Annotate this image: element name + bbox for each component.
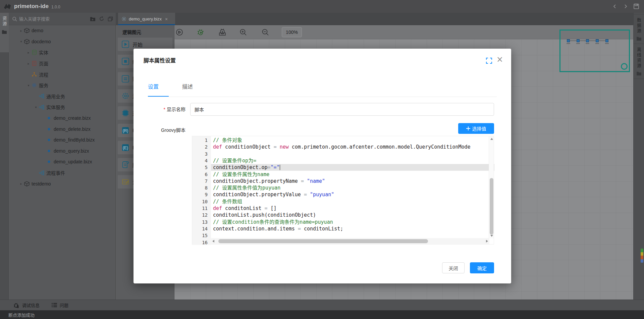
tree-item-----[interactable]: ▾实体服务 — [9, 102, 115, 113]
sidebar-tab-datasource[interactable]: 数据源 — [634, 14, 644, 44]
tree-item-demo_findById-bizx[interactable]: demo_findById.bizx — [9, 135, 115, 146]
tree-item---[interactable]: ▸页面 — [9, 58, 115, 69]
tab-demo-query[interactable]: demo_query.bizx × — [118, 13, 175, 25]
display-name-label: *显示名称 — [133, 106, 185, 112]
expander-down-icon[interactable]: ▾ — [19, 40, 23, 43]
debug-bug-icon — [13, 302, 19, 308]
svg-text:{R}: {R} — [123, 128, 128, 133]
collapse-panels-icon[interactable] — [108, 16, 113, 21]
gutter-line-number: 4 — [194, 157, 208, 164]
zoom-level[interactable]: 100% — [282, 27, 302, 37]
folder-icon — [2, 30, 7, 34]
tree-item-demo[interactable]: ▸demo — [9, 25, 115, 36]
new-folder-icon[interactable] — [90, 16, 96, 21]
dot-icon — [46, 128, 52, 130]
select-value-button[interactable]: 选择值 — [458, 123, 494, 134]
tree-item-demo_update-bizx[interactable]: demo_update.bizx — [9, 156, 115, 167]
gutter-line-number: 3 — [194, 151, 208, 157]
gutter-line-number: 9 — [194, 191, 208, 198]
nav-back-icon[interactable] — [612, 3, 618, 9]
expander-right-icon[interactable]: ▸ — [26, 51, 31, 54]
code-pane[interactable]: // 条件对象def conditionObject = new com.pri… — [211, 136, 489, 238]
nav-forward-icon[interactable] — [623, 3, 629, 9]
scroll-right-icon[interactable] — [486, 240, 488, 243]
dot-icon — [46, 139, 52, 141]
mini-widget[interactable] — [641, 249, 643, 263]
expander-down-icon[interactable]: ▾ — [26, 84, 31, 87]
ok-button[interactable]: 确定 — [470, 262, 494, 273]
dialog-tab-settings[interactable]: 设置 — [148, 82, 159, 96]
dialog-tab-description[interactable]: 描述 — [182, 82, 193, 96]
tree-item-label: demo_create.bizx — [54, 115, 91, 121]
folder-icon — [636, 36, 642, 41]
tree-item-demo_create-bizx[interactable]: demo_create.bizx — [9, 113, 115, 124]
save-icon[interactable] — [633, 3, 639, 9]
tree-item-docdemo[interactable]: ▾docdemo — [9, 36, 115, 47]
dialog-title: 脚本属性设置 — [144, 56, 176, 64]
minimap-node-label — [576, 43, 580, 44]
search-input[interactable] — [19, 16, 69, 21]
left-activity-strip: 资源 — [0, 13, 9, 300]
bizx-gear-icon — [121, 16, 126, 21]
debug-run-icon[interactable] — [197, 28, 205, 37]
gutter-line-number: 14 — [194, 225, 208, 232]
tree-item-----[interactable]: 流程事件 — [9, 167, 115, 178]
scroll-down-icon[interactable] — [490, 235, 493, 237]
fullscreen-icon[interactable] — [486, 58, 492, 64]
groovy-code-editor[interactable]: 12345678910111213141516 // 条件对象def condi… — [192, 136, 494, 245]
expander-right-icon[interactable]: ▸ — [26, 62, 31, 65]
tab-label: demo_query.bizx — [129, 16, 162, 21]
minimap[interactable] — [559, 30, 630, 72]
list-icon — [52, 303, 57, 307]
scroll-left-icon[interactable] — [212, 240, 214, 243]
minimap-node-label — [605, 43, 609, 44]
script-properties-dialog: 脚本属性设置 × 设置 描述 *显示名称 Groovy脚本 选择值 123456… — [133, 49, 511, 283]
sidebar-tab-offline-resources[interactable]: 离线资源 — [634, 44, 644, 79]
problems-button[interactable]: 问题 — [52, 302, 68, 308]
tab-close-icon[interactable]: × — [165, 16, 168, 22]
tree-item-testdemo[interactable]: ▸testdemo — [9, 178, 115, 189]
tree-item-demo_query-bizx[interactable]: demo_query.bizx — [9, 146, 115, 157]
code-line-1: // 条件对象 — [211, 137, 489, 144]
dialog-close-icon[interactable]: × — [496, 55, 503, 64]
expander-down-icon[interactable]: ▾ — [34, 105, 38, 109]
run-icon[interactable] — [175, 28, 184, 37]
debug-info-button[interactable]: 调试信息 — [13, 302, 40, 308]
expander-right-icon[interactable]: ▸ — [19, 182, 23, 185]
rule-r-icon: {R} — [122, 127, 129, 134]
titlebar: primeton-ide 1.0.0 — [0, 0, 644, 13]
tree-item---[interactable]: ▾服务 — [9, 80, 115, 91]
gutter-line-number: 5 — [194, 164, 208, 171]
close-button[interactable]: 关闭 — [442, 262, 465, 273]
gutter-line-number: 2 — [194, 144, 208, 150]
vertical-scroll-thumb[interactable] — [490, 178, 493, 234]
gutter-line-number: 6 — [194, 171, 208, 178]
gutter-line-number: 12 — [194, 212, 208, 218]
compute-icon — [122, 109, 129, 117]
debug-step-icon[interactable] — [218, 28, 227, 37]
tree-item-----[interactable]: 通用业务 — [9, 91, 115, 102]
dot-icon — [46, 160, 52, 163]
sidebar-tab-resources[interactable]: 资源 — [0, 13, 9, 52]
horizontal-scroll-thumb[interactable] — [218, 239, 428, 243]
groovy-script-label: Groovy脚本 — [133, 126, 185, 133]
scroll-up-icon[interactable] — [490, 138, 493, 140]
tree-item---[interactable]: ▸实体 — [9, 47, 115, 58]
zoom-out-icon[interactable] — [261, 28, 270, 37]
vertical-scrollbar[interactable] — [489, 136, 494, 238]
tree-item-demo_delete-bizx[interactable]: demo_delete.bizx — [9, 123, 115, 135]
expander-right-icon[interactable]: ▸ — [19, 29, 23, 33]
display-name-input[interactable] — [190, 103, 494, 116]
script-icon — [122, 161, 129, 168]
zoom-in-icon[interactable] — [239, 28, 248, 37]
gutter-line-number: 13 — [194, 219, 208, 225]
dot-icon — [46, 150, 52, 152]
minimap-resize-handle[interactable] — [621, 63, 628, 70]
tree-item---[interactable]: 流程 — [9, 69, 115, 80]
horizontal-scrollbar[interactable] — [211, 238, 489, 244]
refresh-icon[interactable] — [99, 16, 104, 21]
tree-item-label: demo — [32, 28, 43, 33]
end-icon — [122, 58, 129, 65]
editor-gutter: 12345678910111213141516 — [192, 136, 211, 245]
tree-item-label: 服务 — [39, 82, 48, 89]
